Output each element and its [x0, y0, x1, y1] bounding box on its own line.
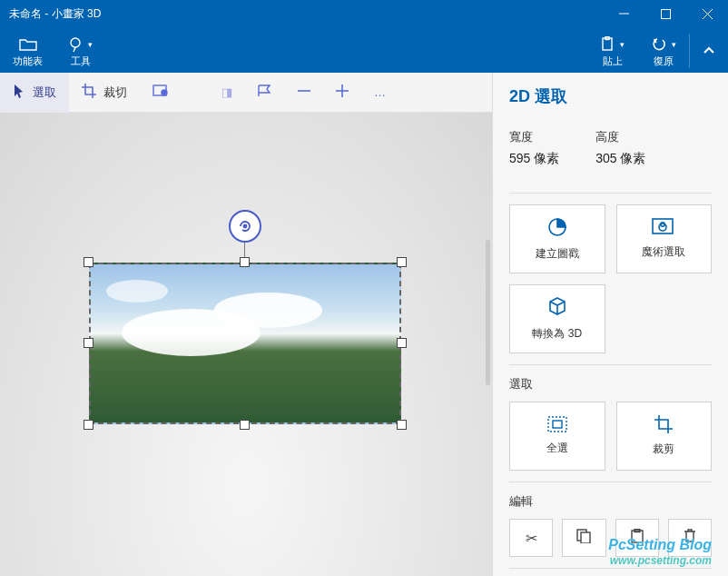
canvas-stage[interactable]	[0, 113, 492, 576]
resize-handle-nw[interactable]	[84, 257, 93, 267]
folder-icon	[19, 35, 37, 55]
menu-button[interactable]: 功能表	[0, 30, 55, 72]
flag-icon	[258, 84, 272, 100]
magic-select-button[interactable]: 魔術選取	[616, 204, 713, 273]
ribbon: 功能表 ▾ 工具 ▾ 貼上 ▾ 復原	[0, 27, 728, 73]
balloon-icon: ▾	[68, 35, 93, 55]
copy-button[interactable]	[562, 519, 605, 557]
close-button[interactable]	[686, 0, 728, 27]
window-title: 未命名 - 小畫家 3D	[9, 6, 101, 22]
paste-button[interactable]: ▾ 貼上	[587, 30, 637, 72]
tool-3d-button[interactable]: ◨	[209, 73, 245, 113]
undo-icon: ▾	[650, 35, 676, 55]
select-all-button[interactable]: 全選	[509, 402, 605, 471]
select-section-label: 選取	[509, 376, 712, 392]
height-label: 高度	[595, 129, 645, 145]
svg-point-4	[71, 38, 80, 47]
collapse-ribbon-button[interactable]	[690, 30, 728, 72]
magic-select-icon	[152, 84, 169, 100]
secondary-toolbar: 選取 裁切 ◨ …	[0, 73, 492, 113]
shape3d-icon: ◨	[221, 85, 232, 99]
svg-rect-1	[661, 9, 670, 18]
tool-flag-button[interactable]	[245, 73, 285, 113]
copy-icon	[576, 529, 591, 547]
minus-icon	[298, 84, 310, 100]
make-3d-button[interactable]: 轉換為 3D	[509, 284, 605, 353]
selection-box[interactable]	[89, 263, 401, 424]
resize-handle-w[interactable]	[84, 338, 93, 348]
resize-handle-ne[interactable]	[397, 257, 407, 267]
plus-icon	[336, 84, 349, 100]
resize-handle-n[interactable]	[240, 257, 250, 267]
tool-more-button[interactable]: …	[361, 73, 400, 113]
edit-section-label: 編輯	[509, 493, 712, 510]
select-all-icon	[547, 416, 567, 435]
crop-icon	[654, 415, 673, 436]
titlebar: 未命名 - 小畫家 3D	[0, 0, 728, 27]
select-tool-button[interactable]: 選取	[0, 73, 69, 113]
undo-button[interactable]: ▾ 復原	[637, 30, 689, 72]
paste-icon: ▾	[600, 35, 625, 55]
crop-icon	[82, 84, 96, 101]
resize-handle-sw[interactable]	[84, 420, 93, 430]
crop-button[interactable]: 裁剪	[616, 402, 713, 471]
canvas-scrollbar[interactable]	[486, 240, 490, 385]
minimize-button[interactable]	[603, 0, 644, 27]
watermark: PcSetting Blog www.pcsetting.com	[608, 536, 712, 567]
scissors-icon: ✂	[526, 530, 537, 547]
tool-minus-button[interactable]	[285, 73, 323, 113]
height-value: 305 像素	[595, 151, 645, 167]
svg-rect-20	[581, 532, 590, 543]
svg-rect-18	[553, 421, 562, 428]
svg-rect-17	[548, 417, 566, 432]
cut-button[interactable]: ✂	[509, 519, 553, 557]
rotate-handle[interactable]	[229, 210, 261, 243]
tools-button[interactable]: ▾ 工具	[55, 30, 105, 72]
width-value: 595 像素	[509, 151, 559, 167]
cursor-icon	[13, 84, 25, 101]
crop-tool-button[interactable]: 裁切	[69, 73, 140, 113]
properties-panel: 2D 選取 寬度 595 像素 高度 305 像素 建立圖戳 魔術選取	[492, 73, 728, 576]
resize-handle-se[interactable]	[397, 420, 407, 430]
svg-point-16	[661, 223, 664, 226]
make-sticker-button[interactable]: 建立圖戳	[509, 204, 605, 273]
panel-title: 2D 選取	[509, 85, 712, 107]
tool-plus-button[interactable]	[323, 73, 361, 113]
magic-select-icon	[652, 218, 675, 239]
cube-icon	[546, 296, 568, 321]
svg-point-8	[162, 90, 167, 95]
magic-select-tool-button[interactable]	[140, 73, 182, 113]
width-label: 寬度	[509, 129, 559, 145]
sticker-icon	[546, 216, 568, 241]
resize-handle-s[interactable]	[240, 420, 250, 430]
more-icon: …	[374, 85, 388, 99]
svg-point-12	[244, 225, 247, 228]
maximize-button[interactable]	[644, 0, 686, 27]
selected-image[interactable]	[89, 263, 401, 424]
resize-handle-e[interactable]	[397, 338, 407, 348]
